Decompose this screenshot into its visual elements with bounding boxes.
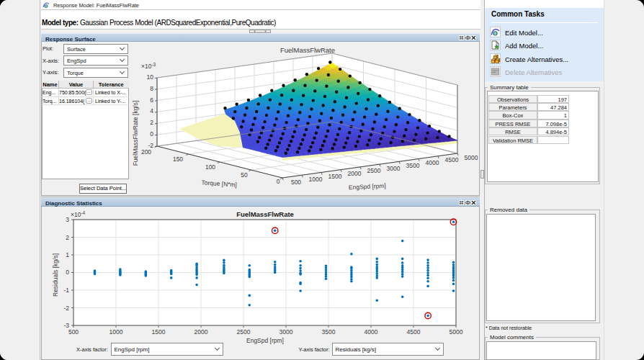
svg-text:10: 10 — [147, 73, 154, 81]
svg-text:150: 150 — [173, 156, 183, 163]
svg-text:3500: 3500 — [406, 162, 420, 169]
svg-text:5000: 5000 — [450, 328, 463, 336]
svg-text:×10-3: ×10-3 — [141, 62, 156, 70]
svg-text:1000: 1000 — [109, 328, 123, 336]
svg-text:EngSpd [rpm]: EngSpd [rpm] — [246, 337, 284, 344]
svg-text:3000: 3000 — [387, 165, 401, 172]
svg-text:100: 100 — [205, 163, 215, 171]
svg-text:3000: 3000 — [279, 328, 293, 336]
svg-text:50: 50 — [241, 171, 248, 179]
svg-text:FuelMassFlwRate: FuelMassFlwRate — [280, 46, 335, 54]
svg-text:1000: 1000 — [309, 176, 323, 183]
svg-text:4000: 4000 — [426, 159, 439, 166]
svg-text:FuelMassFlwRate [kg/s]: FuelMassFlwRate [kg/s] — [132, 101, 139, 166]
svg-text:4000: 4000 — [365, 328, 378, 336]
svg-text:0: 0 — [277, 178, 280, 185]
svg-text:4500: 4500 — [445, 156, 459, 163]
svg-text:4: 4 — [150, 107, 153, 114]
svg-text:0: 0 — [66, 269, 69, 276]
svg-text:Torque [N*m]: Torque [N*m] — [201, 179, 237, 188]
svg-text:-1: -1 — [63, 287, 69, 294]
svg-text:-3: -3 — [63, 322, 69, 329]
svg-text:2500: 2500 — [367, 167, 381, 174]
svg-text:2: 2 — [150, 119, 153, 126]
svg-text:5000: 5000 — [465, 154, 478, 161]
svg-text:1500: 1500 — [152, 328, 166, 336]
svg-text:1: 1 — [66, 251, 69, 258]
svg-text:2000: 2000 — [348, 170, 362, 177]
svg-text:-2: -2 — [63, 305, 69, 312]
svg-text:0: 0 — [150, 130, 153, 138]
svg-text:3500: 3500 — [322, 328, 336, 336]
svg-text:4500: 4500 — [407, 328, 421, 336]
svg-text:200: 200 — [141, 148, 151, 156]
svg-text:Residuals [kg/s]: Residuals [kg/s] — [52, 253, 59, 297]
svg-text:3: 3 — [66, 216, 69, 223]
svg-text:6: 6 — [150, 96, 153, 104]
svg-text:1500: 1500 — [328, 173, 342, 180]
svg-text:500: 500 — [291, 179, 301, 186]
svg-text:EngSpd [rpm]: EngSpd [rpm] — [349, 182, 386, 192]
svg-text:2500: 2500 — [237, 328, 251, 336]
svg-text:500: 500 — [68, 328, 79, 336]
svg-text:2000: 2000 — [194, 328, 208, 336]
svg-text:FuelMassFlwRate: FuelMassFlwRate — [236, 210, 294, 218]
svg-text:8: 8 — [150, 85, 153, 92]
svg-text:×10-4: ×10-4 — [71, 210, 86, 218]
svg-text:2: 2 — [66, 234, 69, 241]
